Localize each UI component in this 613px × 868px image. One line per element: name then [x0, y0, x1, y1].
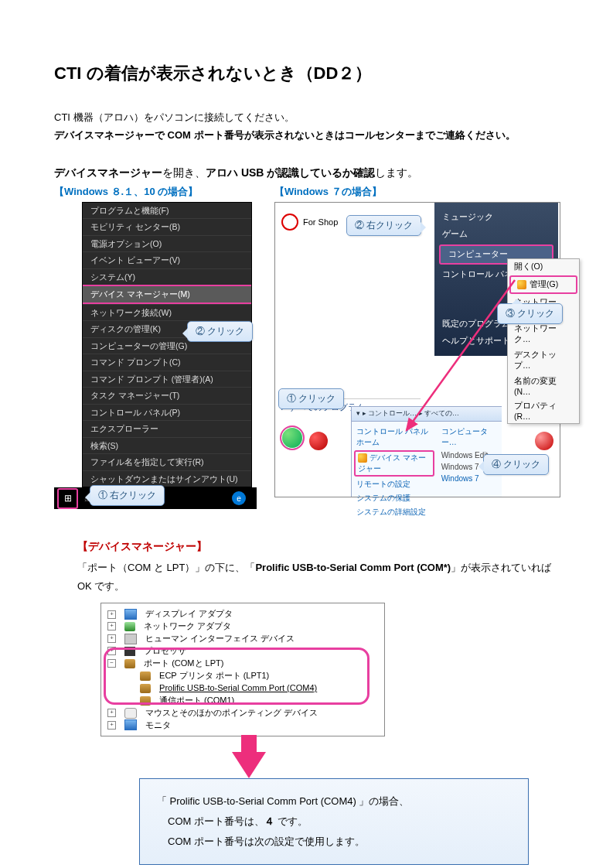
- win7-montage: For Shop ミュージック ゲーム コンピューター コントロール パネル 既…: [274, 202, 560, 497]
- col-win81: 【Windows ８.１、10 の場合】 プログラムと機能(F)モビリティ セン…: [54, 185, 265, 510]
- winx-menu-item[interactable]: 電源オプション(O): [83, 235, 251, 252]
- control-panel-window: ▾ ▸ コントロール… ▸ すべての… コントロール パネル ホーム デバイス …: [351, 406, 502, 497]
- callout-click-start: ① クリック: [278, 388, 344, 409]
- winx-menu-item[interactable]: システム(Y): [83, 268, 251, 285]
- forshop-icon: [281, 214, 298, 231]
- comport-note: 「 Prolific USB-to-Serial Comm Port (COM4…: [139, 778, 529, 865]
- callout-click-devmgr2: ④ クリック: [483, 454, 549, 475]
- dm-heading: 【デバイスマネージャー】: [77, 540, 559, 554]
- winx-menu-item[interactable]: コマンド プロンプト(C): [83, 354, 251, 371]
- highlight-ring: [104, 648, 370, 705]
- dm-note: 「ポート（COM と LPT）」の下に、「Prolific USB-to-Ser…: [77, 559, 559, 595]
- cp-link-devmgr[interactable]: デバイス マネージャー: [354, 450, 434, 477]
- winx-menu: プログラムと機能(F)モビリティ センター(B)電源オプション(O)イベント ビ…: [82, 202, 252, 488]
- shield-icon: [358, 453, 367, 463]
- network-icon: [124, 622, 135, 631]
- opera-icon: [309, 432, 328, 450]
- hid-icon: [124, 634, 137, 644]
- winx-menu-item[interactable]: コマンド プロンプト (管理者)(A): [83, 371, 251, 388]
- callout-rc-computer: ② 右クリック: [346, 215, 421, 236]
- intro-line-1: CTI 機器（アロハ）をパソコンに接続してください。: [54, 108, 559, 126]
- winx-menu-item[interactable]: タスク マネージャー(T): [83, 387, 251, 404]
- intro-line-2: デバイスマネージャーで COM ポート番号が表示されないときはコールセンターまで…: [54, 126, 559, 144]
- app-forshop: For Shop: [281, 214, 338, 231]
- monitor-icon: [124, 719, 137, 730]
- context-menu: 開く(O) 管理(G) ネットワーク… ネットワーク… デスクトップ… 名前の変…: [507, 258, 580, 424]
- ctx-manage[interactable]: 管理(G): [509, 275, 577, 294]
- caption-win7: 【Windows ７の場合】: [274, 185, 559, 199]
- intro-block: CTI 機器（アロハ）をパソコンに接続してください。 デバイスマネージャーで C…: [54, 108, 559, 145]
- tray-icon: [535, 432, 553, 450]
- winx-menu-item-devmgr[interactable]: デバイス マネージャー(M): [83, 285, 251, 304]
- winx-menu-item[interactable]: コントロール パネル(P): [83, 404, 251, 421]
- col-win7: 【Windows ７の場合】 For Shop ミュージック ゲーム コンピュー…: [274, 185, 559, 497]
- winx-menu-item[interactable]: シャットダウンまたはサインアウト(U): [83, 470, 251, 487]
- winx-menu-item[interactable]: 検索(S): [83, 437, 251, 454]
- page-title: CTI の着信が表示されないとき（DD２）: [54, 62, 559, 85]
- big-arrow-icon: [232, 752, 266, 778]
- callout-right-click-start: ① 右クリック: [90, 485, 165, 506]
- callout-click-manage: ③ クリック: [497, 303, 563, 324]
- callout-click-devmgr: ② クリック: [187, 321, 253, 342]
- shield-icon: [517, 280, 526, 289]
- start-button[interactable]: ⊞: [57, 488, 78, 509]
- winx-menu-item[interactable]: ネットワーク接続(W): [83, 304, 251, 321]
- winx-menu-item[interactable]: ファイル名を指定して実行(R): [83, 453, 251, 470]
- cp-address-bar: ▾ ▸ コントロール… ▸ すべての…: [352, 407, 502, 422]
- caption-win81: 【Windows ８.１、10 の場合】: [54, 185, 265, 199]
- winx-menu-item[interactable]: イベント ビューアー(V): [83, 251, 251, 268]
- winx-menu-item[interactable]: モビリティ センター(B): [83, 218, 251, 235]
- windows-logo-icon: ⊞: [64, 493, 72, 504]
- display-icon: [124, 609, 137, 620]
- subhead: デバイスマネージャーを開き、アロハ USB が認識しているか確認します。: [54, 166, 559, 180]
- start-orb[interactable]: [280, 425, 305, 450]
- winx-menu-item[interactable]: エクスプローラー: [83, 420, 251, 437]
- edge-icon: e: [232, 491, 246, 505]
- winx-menu-item[interactable]: プログラムと機能(F): [83, 203, 251, 219]
- mouse-icon: [124, 708, 137, 719]
